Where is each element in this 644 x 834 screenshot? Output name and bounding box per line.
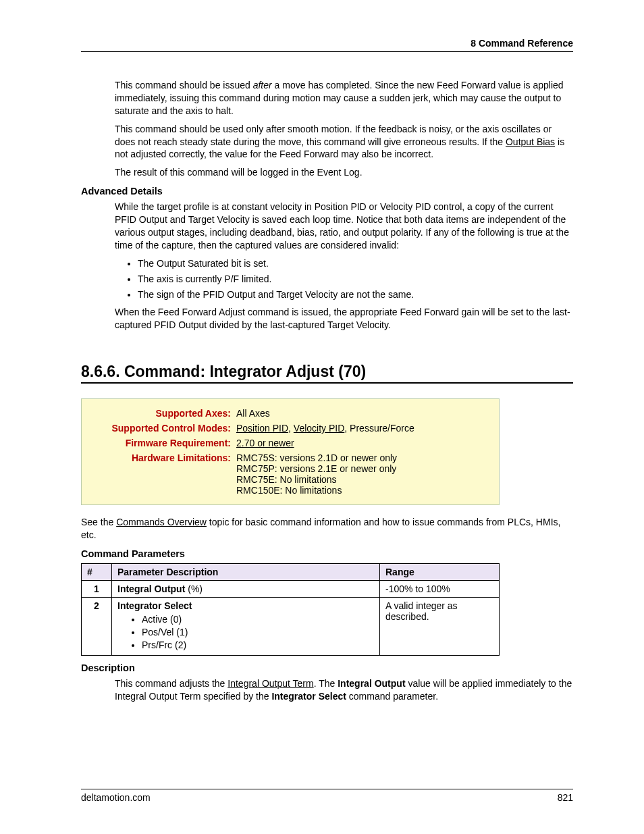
firmware-req-label: Firmware Requirement: bbox=[90, 436, 234, 450]
intro-para-1: This command should be issued after a mo… bbox=[115, 79, 573, 118]
hw-line: RMC75E: No limitations bbox=[236, 474, 488, 485]
hw-line: RMC150E: No limitations bbox=[236, 485, 488, 496]
param-option: Active (0) bbox=[142, 614, 374, 625]
integral-output-bold: Integral Output bbox=[338, 678, 405, 689]
advanced-para-2: When the Feed Forward Adjust command is … bbox=[115, 306, 573, 332]
supported-modes-label: Supported Control Modes: bbox=[90, 421, 234, 436]
table-header-row: # Parameter Description Range bbox=[82, 564, 500, 581]
description-para: This command adjusts the Integral Output… bbox=[115, 677, 573, 703]
description-heading: Description bbox=[81, 662, 573, 673]
param-options: Active (0) Pos/Vel (1) Prs/Frc (2) bbox=[142, 614, 374, 650]
description-block: This command adjusts the Integral Output… bbox=[115, 677, 573, 703]
advanced-para-1: While the target profile is at constant … bbox=[115, 201, 573, 252]
param-desc: Integrator Select Active (0) Pos/Vel (1)… bbox=[112, 598, 380, 656]
firmware-req-value: 2.70 or newer bbox=[234, 436, 491, 450]
intro-block: This command should be issued after a mo… bbox=[115, 79, 573, 179]
supported-axes-value: All Axes bbox=[234, 406, 491, 421]
integral-output-term-link[interactable]: Integral Output Term bbox=[227, 678, 313, 689]
footer-site: deltamotion.com bbox=[81, 792, 151, 803]
intro-para-2: This command should be used only after s… bbox=[115, 123, 573, 161]
supported-axes-label: Supported Axes: bbox=[90, 406, 234, 421]
page-header: 8 Command Reference bbox=[81, 38, 573, 52]
integrator-select-bold: Integrator Select bbox=[271, 691, 346, 702]
hardware-lim-label: Hardware Limitations: bbox=[90, 450, 234, 498]
param-num: 1 bbox=[82, 581, 112, 598]
col-desc: Parameter Description bbox=[112, 564, 380, 581]
commands-overview-link[interactable]: Commands Overview bbox=[116, 517, 207, 527]
command-parameters-heading: Command Parameters bbox=[81, 548, 573, 559]
page: 8 Command Reference This command should … bbox=[0, 0, 644, 834]
param-range: A valid integer as described. bbox=[380, 598, 500, 656]
hw-line: RMC75P: versions 2.1E or newer only bbox=[236, 463, 488, 474]
table-row: 1 Integral Output (%) -100% to 100% bbox=[82, 581, 500, 598]
param-option: Prs/Frc (2) bbox=[142, 640, 374, 650]
position-pid-link[interactable]: Position PID bbox=[236, 423, 288, 434]
advanced-details-heading: Advanced Details bbox=[81, 186, 573, 197]
advanced-bullets: The Output Saturated bit is set. The axi… bbox=[138, 257, 573, 301]
see-overview-para: See the Commands Overview topic for basi… bbox=[81, 516, 573, 542]
footer-page-number: 821 bbox=[558, 792, 573, 803]
after-word: after bbox=[253, 80, 272, 90]
output-bias-link[interactable]: Output Bias bbox=[506, 136, 555, 147]
page-footer: deltamotion.com 821 bbox=[81, 789, 573, 803]
bullet-item: The Output Saturated bit is set. bbox=[138, 257, 573, 270]
param-desc: Integral Output (%) bbox=[112, 581, 380, 598]
hardware-lim-value: RMC75S: versions 2.1D or newer only RMC7… bbox=[234, 450, 491, 498]
table-row: 2 Integrator Select Active (0) Pos/Vel (… bbox=[82, 598, 500, 656]
bullet-item: The sign of the PFID Output and Target V… bbox=[138, 288, 573, 301]
col-range: Range bbox=[380, 564, 500, 581]
velocity-pid-link[interactable]: Velocity PID bbox=[294, 423, 344, 434]
col-num: # bbox=[82, 564, 112, 581]
supported-modes-value: Position PID, Velocity PID, Pressure/For… bbox=[234, 421, 491, 436]
advanced-block: While the target profile is at constant … bbox=[115, 201, 573, 332]
section-title: 8.6.6. Command: Integrator Adjust (70) bbox=[81, 363, 573, 384]
bullet-item: The axis is currently P/F limited. bbox=[138, 273, 573, 286]
parameters-table: # Parameter Description Range 1 Integral… bbox=[81, 563, 500, 656]
hw-line: RMC75S: versions 2.1D or newer only bbox=[236, 452, 488, 463]
intro-para-3: The result of this command will be logge… bbox=[115, 166, 573, 179]
param-option: Pos/Vel (1) bbox=[142, 627, 374, 637]
param-num: 2 bbox=[82, 598, 112, 656]
param-range: -100% to 100% bbox=[380, 581, 500, 598]
firmware-link[interactable]: 2.70 or newer bbox=[236, 438, 294, 448]
header-title: 8 Command Reference bbox=[471, 38, 573, 49]
command-info-box: Supported Axes: All Axes Supported Contr… bbox=[81, 398, 500, 505]
